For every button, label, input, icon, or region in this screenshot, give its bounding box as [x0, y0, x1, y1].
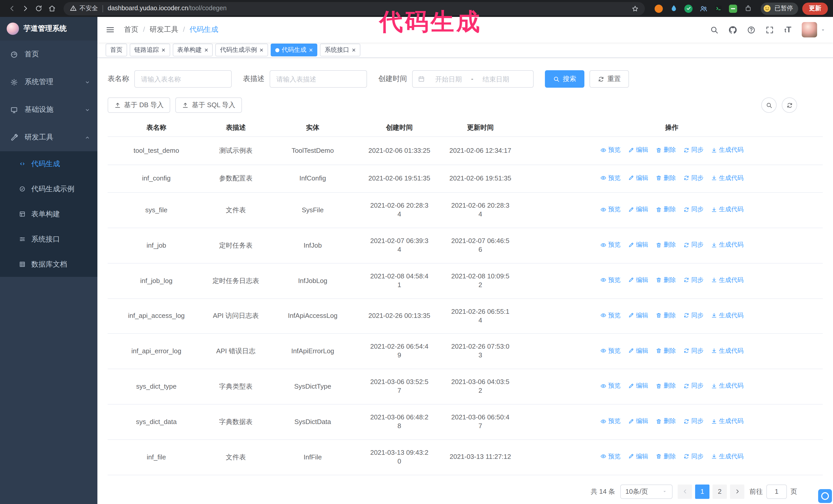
- extension-icon-3[interactable]: [684, 4, 693, 13]
- action-generate[interactable]: 生成代码: [711, 417, 743, 426]
- tab-form-builder[interactable]: 表单构建 ×: [172, 44, 213, 56]
- action-delete[interactable]: 删除: [656, 276, 676, 285]
- tab-home[interactable]: 首页: [105, 44, 127, 56]
- reset-button[interactable]: 重置: [590, 70, 629, 88]
- close-icon[interactable]: ×: [259, 47, 263, 53]
- action-generate[interactable]: 生成代码: [711, 382, 743, 390]
- page-button-1[interactable]: 1: [695, 484, 710, 499]
- address-bar[interactable]: 不安全 dashboard.yudao.iocoder.cn/tool/code…: [64, 2, 645, 15]
- user-menu[interactable]: [802, 22, 826, 38]
- breadcrumb-item[interactable]: 研发工具: [150, 25, 178, 34]
- sidebar-subitem-form-builder[interactable]: 表单构建: [0, 201, 97, 226]
- page-size-select[interactable]: 10条/页: [620, 484, 672, 499]
- date-start-input[interactable]: [428, 75, 469, 83]
- browser-update-button[interactable]: 更新: [802, 2, 828, 15]
- profile-chip[interactable]: 已暂停: [761, 2, 798, 15]
- toggle-search-button[interactable]: [761, 97, 777, 113]
- font-size-icon[interactable]: tT: [779, 19, 796, 41]
- import-sql-button[interactable]: 基于 SQL 导入: [175, 97, 242, 113]
- breadcrumb-item[interactable]: 首页: [124, 25, 138, 34]
- sidebar-item-infra[interactable]: 基础设施: [0, 96, 97, 124]
- page-button-2[interactable]: 2: [713, 484, 727, 499]
- action-sync[interactable]: 同步: [683, 452, 704, 461]
- action-generate[interactable]: 生成代码: [711, 174, 743, 183]
- search-icon[interactable]: [705, 19, 723, 41]
- action-edit[interactable]: 编辑: [628, 205, 648, 214]
- action-delete[interactable]: 删除: [656, 452, 676, 461]
- puzzle-icon[interactable]: [743, 4, 753, 13]
- github-icon[interactable]: [724, 19, 741, 41]
- fullscreen-icon[interactable]: [761, 19, 778, 41]
- close-icon[interactable]: ×: [352, 47, 356, 53]
- goto-page-input[interactable]: [766, 484, 787, 499]
- extension-icon-6[interactable]: [729, 4, 738, 13]
- action-preview[interactable]: 预览: [600, 205, 620, 214]
- tab-codegen-example[interactable]: 代码生成示例 ×: [215, 44, 268, 56]
- extension-icon-5[interactable]: [714, 4, 723, 13]
- sidebar-item-system[interactable]: 系统管理: [0, 68, 97, 96]
- action-delete[interactable]: 删除: [656, 346, 676, 355]
- action-edit[interactable]: 编辑: [628, 417, 648, 426]
- action-delete[interactable]: 删除: [656, 417, 676, 426]
- action-sync[interactable]: 同步: [683, 276, 704, 285]
- action-sync[interactable]: 同步: [683, 346, 704, 355]
- table-name-input[interactable]: [134, 70, 232, 88]
- date-end-input[interactable]: [475, 75, 517, 83]
- action-preview[interactable]: 预览: [600, 240, 620, 249]
- action-generate[interactable]: 生成代码: [711, 346, 743, 355]
- table-desc-input[interactable]: [270, 70, 367, 88]
- action-generate[interactable]: 生成代码: [711, 452, 743, 461]
- action-delete[interactable]: 删除: [656, 240, 676, 249]
- action-sync[interactable]: 同步: [683, 417, 704, 426]
- home-icon[interactable]: [45, 2, 58, 15]
- action-preview[interactable]: 预览: [600, 452, 620, 461]
- action-edit[interactable]: 编辑: [628, 240, 648, 249]
- close-icon[interactable]: ×: [309, 47, 313, 53]
- action-sync[interactable]: 同步: [683, 205, 704, 214]
- action-preview[interactable]: 预览: [600, 346, 620, 355]
- sidebar-subitem-codegen[interactable]: 代码生成: [0, 151, 97, 176]
- close-icon[interactable]: ×: [204, 47, 208, 53]
- date-range-picker[interactable]: -: [412, 70, 533, 88]
- tab-tracer[interactable]: 链路追踪 ×: [130, 44, 170, 56]
- close-icon[interactable]: ×: [162, 47, 165, 53]
- action-preview[interactable]: 预览: [600, 174, 620, 183]
- next-page-button[interactable]: [730, 484, 744, 499]
- action-sync[interactable]: 同步: [683, 311, 704, 320]
- extension-icon-1[interactable]: [654, 4, 663, 13]
- sidebar-subitem-codegen-example[interactable]: 代码生成示例: [0, 176, 97, 201]
- action-generate[interactable]: 生成代码: [711, 146, 743, 154]
- help-icon[interactable]: [742, 19, 760, 41]
- action-sync[interactable]: 同步: [683, 146, 704, 154]
- action-generate[interactable]: 生成代码: [711, 311, 743, 320]
- action-edit[interactable]: 编辑: [628, 346, 648, 355]
- tab-codegen[interactable]: 代码生成 ×: [271, 44, 317, 56]
- action-generate[interactable]: 生成代码: [711, 205, 743, 214]
- sidebar-item-devtools[interactable]: 研发工具: [0, 124, 97, 151]
- action-preview[interactable]: 预览: [600, 276, 620, 285]
- reload-icon[interactable]: [32, 2, 45, 15]
- action-generate[interactable]: 生成代码: [711, 276, 743, 285]
- action-sync[interactable]: 同步: [683, 174, 704, 183]
- hamburger-icon[interactable]: [97, 17, 123, 43]
- action-edit[interactable]: 编辑: [628, 276, 648, 285]
- action-generate[interactable]: 生成代码: [711, 240, 743, 249]
- action-preview[interactable]: 预览: [600, 146, 620, 154]
- action-edit[interactable]: 编辑: [628, 452, 648, 461]
- action-preview[interactable]: 预览: [600, 382, 620, 390]
- search-button[interactable]: 搜索: [545, 70, 585, 88]
- sidebar-subitem-api[interactable]: 系统接口: [0, 226, 97, 252]
- action-edit[interactable]: 编辑: [628, 174, 648, 183]
- prev-page-button[interactable]: [678, 484, 692, 499]
- back-icon[interactable]: [5, 2, 19, 15]
- tab-api[interactable]: 系统接口 ×: [320, 44, 360, 56]
- action-edit[interactable]: 编辑: [628, 382, 648, 390]
- import-db-button[interactable]: 基于 DB 导入: [108, 97, 170, 113]
- action-delete[interactable]: 删除: [656, 174, 676, 183]
- forward-icon[interactable]: [19, 2, 32, 15]
- action-preview[interactable]: 预览: [600, 417, 620, 426]
- action-edit[interactable]: 编辑: [628, 311, 648, 320]
- corner-widget-button[interactable]: [818, 489, 832, 503]
- bookmark-star-icon[interactable]: [632, 5, 639, 12]
- sidebar-item-home[interactable]: 首页: [0, 41, 97, 68]
